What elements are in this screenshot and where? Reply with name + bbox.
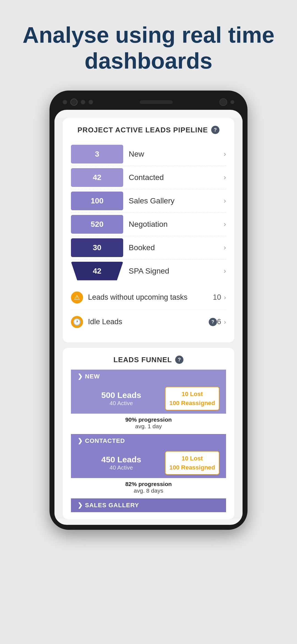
camera-right xyxy=(219,98,234,106)
pipeline-bar-sales: 100 xyxy=(71,192,123,210)
funnel-lost-new: 10 Lost 100 Reassigned xyxy=(165,387,219,410)
funnel-lost-count-contacted: 10 Lost xyxy=(169,454,215,463)
funnel-header: LEADS FUNNEL ? xyxy=(63,348,234,370)
pipeline-chevron-new: › xyxy=(224,150,226,158)
funnel-leads-contacted: 450 Leads xyxy=(78,455,165,464)
funnel-section: LEADS FUNNEL ? ❯ NEW 500 L xyxy=(63,348,234,519)
pipeline-chevron-negotiation: › xyxy=(224,220,226,228)
pipeline-rows: 3 New › 42 Contacted › xyxy=(63,140,234,285)
tasks-alert-row[interactable]: ⚠ Leads without upcoming tasks 10 › xyxy=(71,285,226,310)
pipeline-row[interactable]: 3 New › xyxy=(71,143,226,166)
funnel-block-contacted[interactable]: ❯ CONTACTED 450 Leads 40 Active 10 Lost xyxy=(71,434,226,497)
funnel-stage-label-contacted: CONTACTED xyxy=(85,437,125,444)
pipeline-label-spa: SPA Signed xyxy=(123,267,224,275)
pipeline-header: PROJECT ACTIVE LEADS PIPELINE ? xyxy=(63,118,234,140)
funnel-block-sales-gallery[interactable]: ❯ SALES GALLERY xyxy=(71,498,226,512)
funnel-stage-numbers-new: 500 Leads 40 Active xyxy=(78,391,165,406)
phone-screen: PROJECT ACTIVE LEADS PIPELINE ? 3 New › xyxy=(54,110,243,525)
funnel-chevron-icon-new: ❯ xyxy=(78,373,83,380)
funnel-stage-footer-new: 90% progression avg. 1 day xyxy=(71,414,226,432)
pipeline-row[interactable]: 100 Sales Gallery › xyxy=(71,189,226,213)
funnel-stage-body-contacted: 450 Leads 40 Active 10 Lost 100 Reassign… xyxy=(71,448,226,478)
idle-alert-count: 6 xyxy=(217,318,221,326)
funnel-chevron-icon-sales: ❯ xyxy=(78,502,83,509)
pipeline-label-sales: Sales Gallery xyxy=(123,197,224,205)
warning-icon: ⚠ xyxy=(71,291,83,304)
pipeline-help-icon[interactable]: ? xyxy=(211,126,219,134)
pipeline-value-new: 3 xyxy=(95,150,99,159)
pipeline-row[interactable]: 42 SPA Signed › xyxy=(71,260,226,283)
hero-title: Analyse using real time dashboards xyxy=(0,0,297,91)
funnel-stage-label-new: NEW xyxy=(85,373,100,380)
funnel-lost-contacted: 10 Lost 100 Reassigned xyxy=(165,451,219,475)
funnel-lost-count-new: 10 Lost xyxy=(169,389,215,399)
alert-section: ⚠ Leads without upcoming tasks 10 › 🕐 Id… xyxy=(63,285,234,340)
pipeline-bar-booked: 30 xyxy=(71,238,123,257)
pipeline-bar-negotiation: 520 xyxy=(71,215,123,234)
camera-dot-2 xyxy=(81,100,85,104)
tasks-alert-chevron: › xyxy=(224,294,226,301)
pipeline-row[interactable]: 42 Contacted › xyxy=(71,166,226,189)
camera-dot-3 xyxy=(89,100,93,104)
pipeline-chevron-sales: › xyxy=(224,197,226,205)
clock-icon: 🕐 xyxy=(71,316,83,328)
idle-help-icon[interactable]: ? xyxy=(209,318,217,326)
idle-alert-chevron: › xyxy=(224,318,226,326)
pipeline-value-contacted: 42 xyxy=(93,173,101,182)
pipeline-value-booked: 30 xyxy=(93,243,101,252)
pipeline-card: PROJECT ACTIVE LEADS PIPELINE ? 3 New › xyxy=(63,118,234,342)
phone-mockup: PROJECT ACTIVE LEADS PIPELINE ? 3 New › xyxy=(47,91,250,530)
pipeline-chevron-contacted: › xyxy=(224,173,226,182)
screen-content: PROJECT ACTIVE LEADS PIPELINE ? 3 New › xyxy=(54,118,243,519)
pipeline-bar-spa: 42 xyxy=(71,262,123,280)
pipeline-chevron-spa: › xyxy=(224,267,226,275)
funnel-reassigned-contacted: 100 Reassigned xyxy=(169,463,215,472)
funnel-inner: ❯ NEW 500 Leads 40 Active 10 Lost xyxy=(63,370,234,512)
funnel-stage-header-new: ❯ NEW xyxy=(71,370,226,383)
funnel-stage-numbers-contacted: 450 Leads 40 Active xyxy=(78,455,165,471)
funnel-leads-new: 500 Leads xyxy=(78,391,165,400)
idle-alert-row[interactable]: 🕐 Idle Leads ? 6 › xyxy=(71,310,226,334)
funnel-stage-body-new: 500 Leads 40 Active 10 Lost 100 Reassign… xyxy=(71,383,226,414)
funnel-avg-contacted: avg. 8 days xyxy=(134,487,163,494)
pipeline-label-booked: Booked xyxy=(123,243,224,252)
pipeline-value-sales: 100 xyxy=(91,197,104,205)
funnel-stage-header-contacted: ❯ CONTACTED xyxy=(71,434,226,448)
pipeline-chevron-booked: › xyxy=(224,243,226,252)
pipeline-label-contacted: Contacted xyxy=(123,173,224,182)
camera-left xyxy=(63,99,93,106)
pipeline-row[interactable]: 30 Booked › xyxy=(71,236,226,260)
tasks-alert-count: 10 xyxy=(213,293,221,302)
camera-dot-1 xyxy=(63,100,67,104)
camera-lens-2 xyxy=(219,98,227,106)
phone-top-bar xyxy=(54,95,243,110)
funnel-avg-new: avg. 1 day xyxy=(135,423,162,429)
funnel-progression-new: 90% progression xyxy=(125,416,172,423)
pipeline-bar-contacted: 42 xyxy=(71,168,123,187)
funnel-help-icon[interactable]: ? xyxy=(175,356,183,364)
pipeline-value-spa: 42 xyxy=(93,267,101,275)
speaker xyxy=(140,100,173,104)
pipeline-value-negotiation: 520 xyxy=(91,220,104,229)
funnel-chevron-icon-contacted: ❯ xyxy=(78,437,83,444)
funnel-stage-footer-contacted: 82% progression avg. 8 days xyxy=(71,478,226,497)
pipeline-label-new: New xyxy=(123,150,224,159)
pipeline-title: PROJECT ACTIVE LEADS PIPELINE xyxy=(78,126,208,134)
camera-lens-1 xyxy=(70,99,78,106)
funnel-stage-header-sales: ❯ SALES GALLERY xyxy=(71,498,226,512)
pipeline-bar-new: 3 xyxy=(71,145,123,163)
camera-dot-4 xyxy=(230,100,234,104)
funnel-active-new: 40 Active xyxy=(78,400,165,406)
tasks-alert-label: Leads without upcoming tasks xyxy=(88,293,213,302)
idle-alert-label: Idle Leads xyxy=(88,318,206,326)
funnel-block-new[interactable]: ❯ NEW 500 Leads 40 Active 10 Lost xyxy=(71,370,226,432)
pipeline-row[interactable]: 520 Negotiation › xyxy=(71,213,226,236)
phone-outer: PROJECT ACTIVE LEADS PIPELINE ? 3 New › xyxy=(50,91,248,530)
pipeline-label-negotiation: Negotiation xyxy=(123,220,224,229)
funnel-reassigned-new: 100 Reassigned xyxy=(169,399,215,408)
funnel-active-contacted: 40 Active xyxy=(78,464,165,471)
funnel-title: LEADS FUNNEL xyxy=(114,356,172,364)
funnel-stage-label-sales: SALES GALLERY xyxy=(85,502,139,509)
funnel-progression-contacted: 82% progression xyxy=(125,481,172,487)
